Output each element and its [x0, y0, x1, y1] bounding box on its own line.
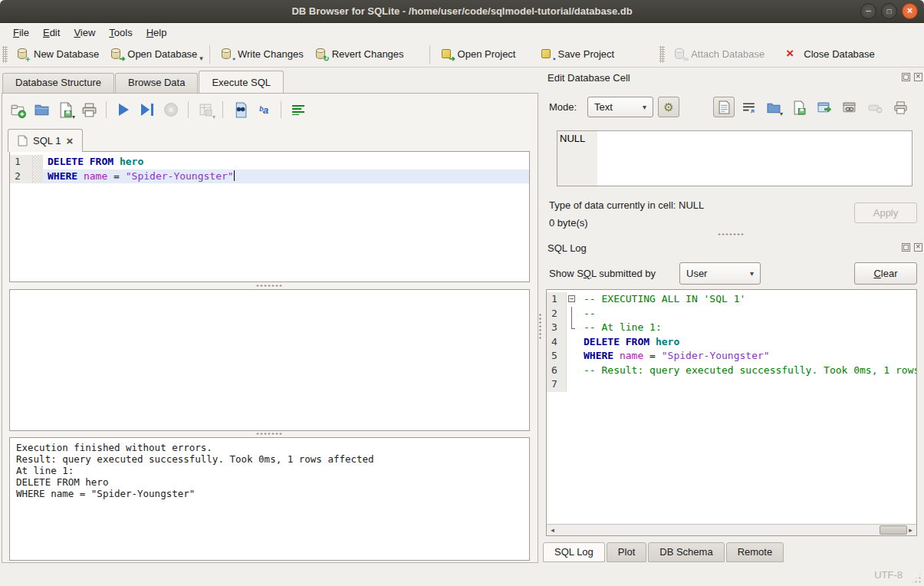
fold-column [567, 364, 579, 378]
open-project-button[interactable]: ➜ Open Project [435, 44, 521, 64]
message-line: WHERE name = "Spider-Youngster" [16, 488, 523, 499]
sql-document-tab[interactable]: SQL 1 [8, 129, 83, 152]
resize-grip[interactable] [911, 573, 922, 584]
project-open-icon: ➜ [440, 48, 453, 61]
close-button[interactable] [902, 3, 918, 19]
save-project-button[interactable]: ▪ Save Project [534, 44, 620, 64]
dock-float-icon[interactable] [902, 73, 910, 81]
cell-content-value: NULL [560, 133, 585, 144]
horizontal-scrollbar[interactable] [547, 524, 916, 535]
print-icon[interactable] [81, 101, 97, 118]
import-dropdown-icon[interactable] [780, 110, 783, 117]
encoding-indicator[interactable]: UTF-8 [874, 569, 903, 581]
open-database-button[interactable]: ➜ Open Database [104, 44, 202, 64]
open-sql-file-icon[interactable] [33, 101, 50, 118]
tab-sql-log[interactable]: SQL Log [543, 542, 605, 562]
cell-content-editor[interactable]: NULL [557, 130, 912, 186]
splitter-handle[interactable] [256, 432, 282, 436]
menu-file[interactable]: File [6, 25, 36, 41]
menu-view[interactable]: View [67, 25, 102, 41]
save-results-icon[interactable] [197, 101, 214, 118]
attach-database-button[interactable]: ∞ Attach Database [668, 44, 770, 64]
open-in-external-icon[interactable] [817, 100, 832, 115]
stop-icon[interactable] [163, 101, 179, 118]
title-bar[interactable]: DB Browser for SQLite - /home/user/code/… [0, 0, 924, 23]
close-sql-tab-icon[interactable] [66, 136, 73, 146]
dock-splitter-handle[interactable] [718, 232, 744, 236]
edit-cell-dock-title: Edit Database Cell [547, 72, 630, 84]
menu-tools[interactable]: Tools [102, 25, 139, 41]
toolbar-drag-handle[interactable] [659, 46, 665, 63]
sql-document-tab-bar: SQL 1 [8, 129, 83, 152]
dock-float-icon[interactable] [902, 243, 910, 252]
splitter-handle[interactable] [256, 284, 282, 288]
scrollbar-thumb[interactable] [880, 525, 907, 535]
save-sql-file-icon[interactable] [57, 101, 74, 118]
close-database-button[interactable]: Close Database [781, 44, 880, 64]
new-database-button[interactable]: ＋ New Database [11, 44, 104, 64]
maximize-button[interactable] [881, 3, 897, 19]
link-icon[interactable] [842, 100, 857, 115]
code-token: "Spider-Youngster" [662, 350, 770, 361]
menu-help[interactable]: Help [140, 25, 174, 41]
auto-switch-mode-button[interactable] [658, 97, 679, 117]
font-icon[interactable]: ᵇa [255, 101, 272, 118]
format-sql-icon[interactable] [290, 101, 307, 118]
code-line: 2WHERE name = "Spider-Youngster" [10, 170, 529, 184]
text-mode-toggle[interactable] [713, 97, 735, 117]
set-null-icon[interactable] [867, 100, 883, 115]
save-results-dropdown-icon[interactable] [212, 114, 215, 120]
menu-bar: File Edit View Tools Help [0, 23, 924, 41]
new-tab-icon[interactable] [9, 101, 26, 118]
export-data-icon[interactable] [791, 100, 807, 115]
execute-all-icon[interactable] [115, 101, 132, 118]
sql-editor[interactable]: 1DELETE FROM hero2WHERE name = "Spider-Y… [9, 151, 530, 282]
fold-marker[interactable] [567, 292, 579, 307]
menu-edit[interactable]: Edit [36, 25, 67, 41]
code-text: -- At line 1: [579, 321, 916, 335]
tab-browse-data[interactable]: Browse Data [115, 73, 198, 93]
vertical-splitter-handle[interactable] [538, 313, 542, 341]
dock-tab-bar: SQL Log Plot DB Schema Remote [543, 542, 785, 562]
minimize-button[interactable] [860, 3, 876, 19]
mode-combo[interactable]: Text [587, 97, 653, 117]
database-revert-icon: ↻ [314, 48, 327, 61]
cell-editor-toolbar [741, 100, 908, 115]
execute-current-line-icon[interactable] [139, 101, 156, 118]
dock-close-icon[interactable] [914, 73, 922, 81]
open-database-dropdown-icon[interactable] [199, 54, 203, 62]
collapse-icon[interactable] [568, 295, 575, 302]
tab-execute-sql[interactable]: Execute SQL [199, 71, 284, 93]
save-sql-dropdown-icon[interactable] [72, 114, 75, 120]
fold-column [33, 170, 43, 184]
code-text: WHERE name = "Spider-Youngster" [43, 170, 529, 184]
find-replace-icon[interactable] [232, 101, 248, 118]
code-line: 1-- EXECUTING ALL IN 'SQL 1' [547, 292, 916, 307]
log-filter-combo[interactable]: User [679, 262, 761, 285]
code-text: -- EXECUTING ALL IN 'SQL 1' [579, 292, 916, 307]
results-grid[interactable] [9, 289, 530, 431]
execution-messages[interactable]: Execution finished without errors. Resul… [9, 437, 530, 561]
toolbar-drag-handle[interactable] [2, 46, 8, 63]
tab-db-schema[interactable]: DB Schema [648, 542, 724, 562]
print-cell-icon[interactable] [893, 100, 908, 115]
sql-log-view[interactable]: 1-- EXECUTING ALL IN 'SQL 1'2--3-- At li… [546, 289, 917, 536]
tab-plot[interactable]: Plot [607, 542, 646, 562]
dock-close-icon[interactable] [914, 243, 922, 252]
code-token: hero [120, 156, 143, 167]
toolbar-separator [281, 101, 281, 118]
write-changes-button[interactable]: ▪ Write Changes [215, 44, 309, 64]
tab-database-structure[interactable]: Database Structure [2, 73, 114, 93]
code-text: WHERE name = "Spider-Youngster" [579, 349, 916, 364]
main-toolbar: ＋ New Database ➜ Open Database ▪ Write C… [0, 41, 924, 67]
clear-log-button[interactable]: Clear [854, 262, 917, 285]
database-close-icon [786, 48, 799, 61]
word-wrap-icon[interactable] [741, 100, 756, 115]
scroll-left-icon[interactable] [547, 525, 558, 535]
import-data-icon[interactable] [766, 100, 781, 115]
tab-remote[interactable]: Remote [726, 542, 784, 562]
revert-changes-button[interactable]: ↻ Revert Changes [309, 44, 409, 64]
apply-button[interactable]: Apply [854, 202, 917, 223]
code-text: DELETE FROM hero [579, 335, 916, 350]
toolbar-separator [188, 101, 189, 118]
